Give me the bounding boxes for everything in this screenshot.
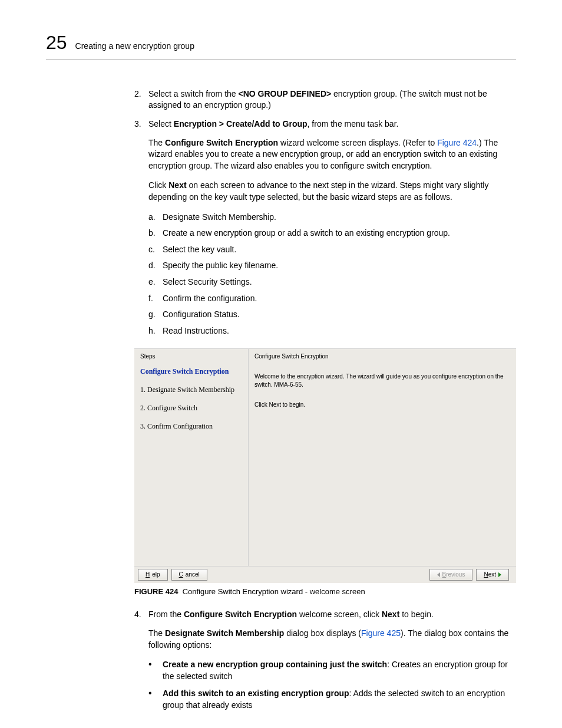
next-label: Next: [382, 610, 399, 619]
no-group-defined-label: <NO GROUP DEFINED>: [239, 89, 332, 98]
figure-424-link[interactable]: Figure 424: [437, 138, 477, 147]
wizard-instruction-text: Click Next to begin.: [254, 401, 510, 409]
figure-425-link[interactable]: Figure 425: [361, 628, 401, 638]
previous-button: Brevious: [429, 569, 473, 581]
text: Select: [148, 119, 174, 129]
wizard-welcome-text: Welcome to the encryption wizard. The wi…: [254, 373, 510, 389]
wizard-footer: Help Cancel Brevious Next: [134, 566, 516, 583]
alpha-item-e: e.Select Security Settings.: [148, 276, 516, 288]
text: on each screen to advance to the next st…: [148, 180, 488, 202]
wizard-screenshot: Steps Configure Switch Encryption 1. Des…: [134, 348, 516, 583]
text: welcome screen, click: [297, 610, 382, 619]
wizard-step-2: 2. Configure Switch: [140, 403, 242, 413]
wizard-panel-title: Configure Switch Encryption: [254, 353, 510, 361]
step-4: 4. From the Configure Switch Encryption …: [134, 609, 516, 621]
text: From the: [148, 610, 184, 619]
text: , from the menu task bar.: [308, 119, 399, 129]
text: The: [148, 628, 165, 638]
option-label: Add this switch to an existing encryptio…: [163, 689, 349, 698]
text: wizard welcome screen displays. (Refer t…: [278, 138, 437, 147]
wizard-content-panel: Configure Switch Encryption Welcome to t…: [249, 349, 516, 566]
triangle-left-icon: [437, 572, 440, 577]
menu-path-label: Encryption > Create/Add to Group: [174, 119, 308, 129]
bullet-item-1: • Create a new encryption group containi…: [148, 659, 516, 682]
wizard-active-step-title: Configure Switch Encryption: [140, 367, 242, 377]
wizard-name-label: Configure Switch Encryption: [165, 138, 278, 147]
text: dialog box displays (: [284, 628, 361, 638]
step-2: 2. Select a switch from the <NO GROUP DE…: [134, 88, 516, 111]
step-number: 3.: [134, 118, 148, 130]
bullet-icon: •: [148, 688, 163, 711]
chapter-number: 25: [46, 29, 67, 56]
alpha-item-d: d.Specify the public key filename.: [148, 260, 516, 272]
text: to begin.: [399, 610, 434, 619]
step-number: 4.: [134, 609, 148, 621]
wizard-steps-panel: Steps Configure Switch Encryption 1. Des…: [134, 349, 249, 566]
wizard-name-label: Configure Switch Encryption: [184, 610, 297, 619]
alpha-item-g: g.Configuration Status.: [148, 309, 516, 321]
alpha-item-c: c.Select the key vault.: [148, 244, 516, 256]
next-label: Next: [168, 180, 186, 190]
bullet-list: • Create a new encryption group containi…: [148, 659, 516, 711]
step-3-paragraph-1: The Configure Switch Encryption wizard w…: [148, 137, 516, 172]
chapter-title: Creating a new encryption group: [75, 41, 194, 52]
figure-label: FIGURE 424: [134, 587, 178, 596]
next-button[interactable]: Next: [476, 569, 509, 581]
help-button[interactable]: Help: [138, 569, 168, 581]
triangle-right-icon: [498, 572, 501, 577]
text: Click: [148, 180, 168, 190]
figure-caption-text: Configure Switch Encryption wizard - wel…: [183, 587, 365, 596]
text: Select a switch from the: [148, 89, 239, 98]
step-3: 3. Select Encryption > Create/Add to Gro…: [134, 118, 516, 130]
cancel-button[interactable]: Cancel: [171, 569, 207, 581]
page-header: 25 Creating a new encryption group: [46, 29, 516, 60]
step-number: 2.: [134, 88, 148, 111]
step-4-paragraph-1: The Designate Switch Membership dialog b…: [148, 628, 516, 651]
steps-heading: Steps: [140, 353, 242, 361]
wizard-step-1: 1. Designate Switch Membership: [140, 385, 242, 395]
dialog-name-label: Designate Switch Membership: [165, 628, 284, 638]
option-label: Create a new encryption group containing…: [163, 660, 387, 669]
alpha-item-a: a.Designate Switch Membership.: [148, 212, 516, 223]
figure-424-caption: FIGURE 424 Configure Switch Encryption w…: [134, 587, 516, 597]
bullet-icon: •: [148, 659, 163, 682]
main-content: 2. Select a switch from the <NO GROUP DE…: [134, 88, 516, 711]
step-3-paragraph-2: Click Next on each screen to advance to …: [148, 180, 516, 203]
alpha-item-b: b.Create a new encryption group or add a…: [148, 228, 516, 239]
alpha-list: a.Designate Switch Membership. b.Create …: [148, 212, 516, 337]
bullet-item-2: • Add this switch to an existing encrypt…: [148, 688, 516, 711]
text: The: [148, 138, 165, 147]
wizard-step-3: 3. Confirm Configuration: [140, 421, 242, 431]
alpha-item-f: f.Confirm the configuration.: [148, 293, 516, 305]
alpha-item-h: h.Read Instructions.: [148, 325, 516, 337]
